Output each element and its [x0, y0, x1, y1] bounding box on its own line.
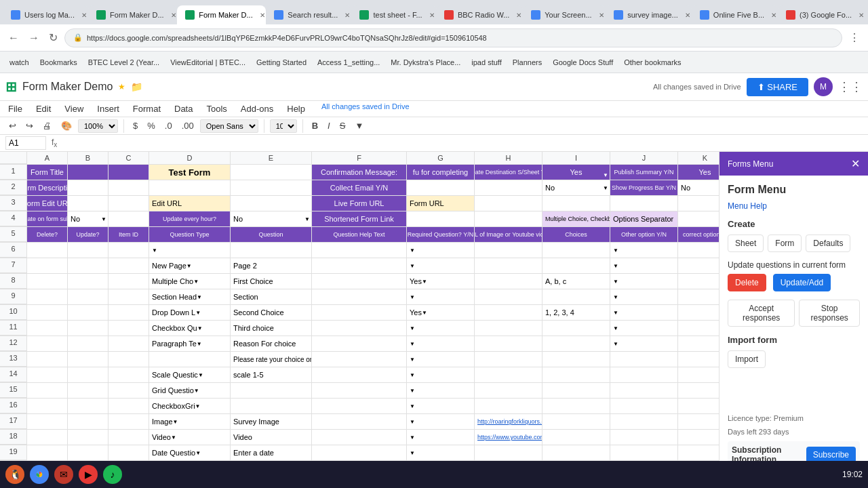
cell-f16[interactable] [312, 399, 407, 413]
spotify-taskbar-icon[interactable]: ♪ [103, 465, 122, 484]
ubuntu-icon[interactable]: 🐧 [5, 465, 24, 484]
italic-button[interactable]: I [324, 119, 334, 133]
tab-2[interactable]: Form Maker D... ✕ [88, 5, 177, 24]
cell-j1[interactable]: Publish Summary Y/N [610, 165, 678, 180]
tab-9[interactable]: Online Five B... ✕ [692, 5, 778, 24]
tab-close-1[interactable]: ✕ [81, 12, 87, 19]
tab-1[interactable]: Users log Ma... ✕ [3, 5, 88, 24]
tab-close-5[interactable]: ✕ [429, 12, 435, 19]
accept-responses-button[interactable]: Accept responses [728, 300, 795, 327]
cell-e14[interactable]: scale 1-5 [231, 367, 312, 382]
tab-close-7[interactable]: ✕ [599, 12, 604, 19]
cell-g11[interactable]: ▼ [407, 321, 475, 336]
menu-tools[interactable]: Tools [203, 102, 229, 115]
cell-h11[interactable] [475, 321, 542, 336]
cell-h10[interactable] [475, 305, 542, 320]
cell-k13[interactable] [678, 352, 719, 367]
tab-5[interactable]: test sheet - F... ✕ [351, 5, 435, 24]
cell-e9[interactable]: Section [231, 289, 312, 304]
cell-e4[interactable]: No ▼ [231, 211, 312, 226]
cell-h8[interactable] [475, 274, 542, 289]
cell-i7[interactable] [542, 258, 610, 273]
cell-b12[interactable] [68, 336, 108, 351]
cell-k3[interactable] [678, 196, 719, 211]
cell-i5[interactable]: Choices [542, 227, 610, 242]
update-add-button[interactable]: Update/Add [773, 274, 831, 291]
cell-d11[interactable]: Checkbox Qu ▼ [149, 321, 231, 336]
cell-j10[interactable]: ▼ [610, 305, 678, 320]
menu-view[interactable]: View [62, 102, 86, 115]
cell-k15[interactable] [678, 383, 719, 398]
cell-e8[interactable]: First Choice [231, 274, 312, 289]
cell-a6[interactable] [27, 243, 68, 258]
cell-e1[interactable] [231, 165, 312, 180]
cell-j7[interactable]: ▼ [610, 258, 678, 273]
cell-i15[interactable] [542, 383, 610, 398]
tab-10[interactable]: (3) Google Fo... ✕ [778, 5, 865, 24]
cell-k14[interactable] [678, 367, 719, 382]
zoom-select[interactable]: 100% [78, 119, 118, 133]
cell-a13[interactable] [27, 352, 68, 367]
cell-f11[interactable] [312, 321, 407, 336]
cell-j14[interactable] [610, 367, 678, 382]
cell-f19[interactable] [312, 445, 407, 460]
cell-j15[interactable] [610, 383, 678, 398]
cell-c2[interactable] [108, 180, 149, 195]
cell-j8[interactable]: ▼ [610, 274, 678, 289]
dropdown-j12[interactable]: ▼ [613, 341, 618, 347]
extensions-button[interactable]: ⋮ [846, 28, 863, 47]
dropdown-d18[interactable]: ▼ [171, 434, 176, 441]
cell-a5[interactable]: Delete? [27, 227, 68, 242]
cell-a10[interactable] [27, 305, 68, 320]
cell-a1[interactable]: Form Title [27, 165, 68, 180]
dropdown-j7[interactable]: ▼ [613, 263, 618, 269]
cell-j6[interactable]: ▼ [610, 243, 678, 258]
cell-f12[interactable] [312, 336, 407, 351]
cell-k11[interactable] [678, 321, 719, 336]
dropdown-d9[interactable]: ▼ [197, 294, 202, 300]
cell-c19[interactable] [108, 445, 149, 460]
cell-e5[interactable]: Question [231, 227, 312, 242]
cell-i1[interactable]: Yes ▼ [542, 165, 610, 180]
cell-c16[interactable] [108, 399, 149, 413]
dropdown-g14[interactable]: ▼ [410, 372, 415, 378]
dropdown-d7[interactable]: ▼ [186, 263, 192, 269]
cell-h19[interactable] [475, 445, 542, 460]
cell-b1[interactable] [68, 165, 108, 180]
menu-file[interactable]: File [5, 102, 25, 115]
bookmark-vieweditorial[interactable]: ViewEditorial | BTEC... [166, 57, 250, 68]
cell-c13[interactable] [108, 352, 149, 367]
cell-i13[interactable] [542, 352, 610, 367]
menu-data[interactable]: Data [172, 102, 195, 115]
cell-a11[interactable] [27, 321, 68, 336]
cell-h3[interactable] [475, 196, 542, 211]
cell-g6[interactable]: ▼ [407, 243, 475, 258]
cell-d5[interactable]: Question Type [149, 227, 231, 242]
cell-c17[interactable] [108, 414, 149, 429]
cell-c18[interactable] [108, 430, 149, 445]
gmail-taskbar-icon[interactable]: ✉ [54, 465, 73, 484]
cell-f2[interactable]: Collect Email Y/N [312, 180, 407, 195]
cell-a19[interactable] [27, 445, 68, 460]
reload-button[interactable]: ↻ [46, 28, 60, 47]
cell-j3[interactable] [610, 196, 678, 211]
cell-b9[interactable] [68, 289, 108, 304]
font-select[interactable]: Open Sans [200, 119, 258, 133]
cell-b16[interactable] [68, 399, 108, 413]
cell-b8[interactable] [68, 274, 108, 289]
cell-e10[interactable]: Second Choice [231, 305, 312, 320]
cell-f4[interactable]: Shortened Form Link [312, 211, 407, 226]
dropdown-g17[interactable]: ▼ [410, 419, 415, 425]
cell-g13[interactable]: ▼ [407, 352, 475, 367]
cell-i16[interactable] [542, 399, 610, 413]
cell-h13[interactable] [475, 352, 542, 367]
cell-i3[interactable] [542, 196, 610, 211]
cell-e19[interactable]: Enter a date [231, 445, 312, 460]
cell-i9[interactable] [542, 289, 610, 304]
cell-d6-dropdown[interactable]: ▼ [152, 247, 157, 253]
cell-k17[interactable] [678, 414, 719, 429]
cell-k16[interactable] [678, 399, 719, 413]
cell-d7[interactable]: New Page ▼ [149, 258, 231, 273]
cell-d12[interactable]: Paragraph Te ▼ [149, 336, 231, 351]
cell-i6[interactable] [542, 243, 610, 258]
